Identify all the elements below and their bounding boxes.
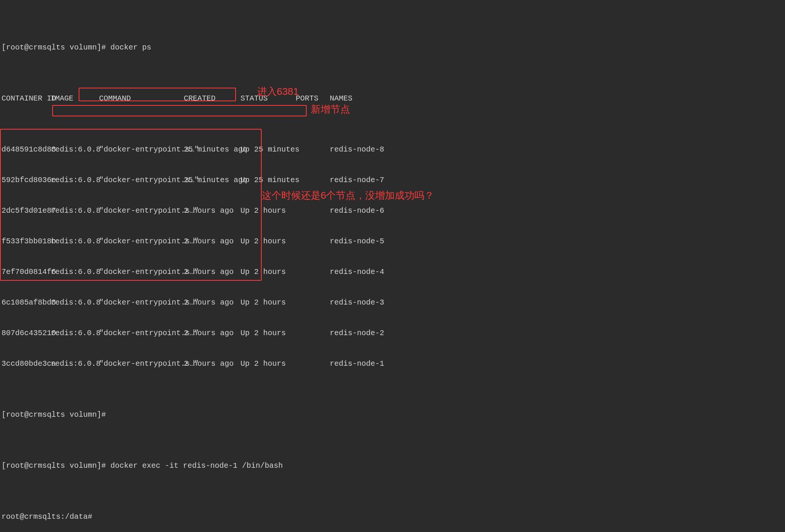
prompt: [root@crmsqlts volumn]#: [2, 43, 110, 52]
table-row: 3ccd80bde3caredis:6.0.8"docker-entrypoin…: [2, 359, 783, 369]
table-row: 7ef70d0814f6redis:6.0.8"docker-entrypoin…: [2, 267, 783, 277]
ps-header: CONTAINER IDIMAGECOMMANDCREATEDSTATUSPOR…: [2, 93, 783, 104]
terminal[interactable]: [root@crmsqlts volumn]# docker ps CONTAI…: [0, 0, 785, 532]
col-id: CONTAINER ID: [2, 93, 51, 104]
col-image: IMAGE: [51, 93, 99, 104]
highlight-box: [52, 105, 307, 116]
table-row: 592bfcd8036eredis:6.0.8"docker-entrypoin…: [2, 175, 783, 185]
table-row: 6c1085af8bd3redis:6.0.8"docker-entrypoin…: [2, 297, 783, 308]
table-row: 807d6c435210redis:6.0.8"docker-entrypoin…: [2, 328, 783, 338]
annotation-text: 新增节点: [311, 103, 350, 116]
col-names: NAMES: [330, 93, 352, 104]
col-command: COMMAND: [99, 93, 184, 104]
prompt: [root@crmsqlts volumn]#: [2, 461, 110, 470]
prompt-line: root@crmsqlts:/data#: [2, 512, 783, 522]
annotation-text: 这个时候还是6个节点，没增加成功吗？: [262, 189, 434, 202]
col-ports: PORTS: [296, 93, 330, 104]
table-row: 2dc5f3d01e87redis:6.0.8"docker-entrypoin…: [2, 206, 783, 216]
annotation-text: 进入6381: [257, 85, 299, 98]
prompt-line: [root@crmsqlts volumn]# docker exec -it …: [2, 461, 783, 471]
prompt-line: [root@crmsqlts volumn]#: [2, 410, 783, 420]
col-created: CREATED: [184, 93, 240, 104]
command: docker exec -it redis-node-1 /bin/bash: [110, 461, 283, 470]
command: docker ps: [110, 43, 151, 52]
table-row: d648591c8d83redis:6.0.8"docker-entrypoin…: [2, 144, 783, 155]
prompt-line: [root@crmsqlts volumn]# docker ps: [2, 42, 783, 53]
table-row: f533f3bb018bredis:6.0.8"docker-entrypoin…: [2, 236, 783, 246]
